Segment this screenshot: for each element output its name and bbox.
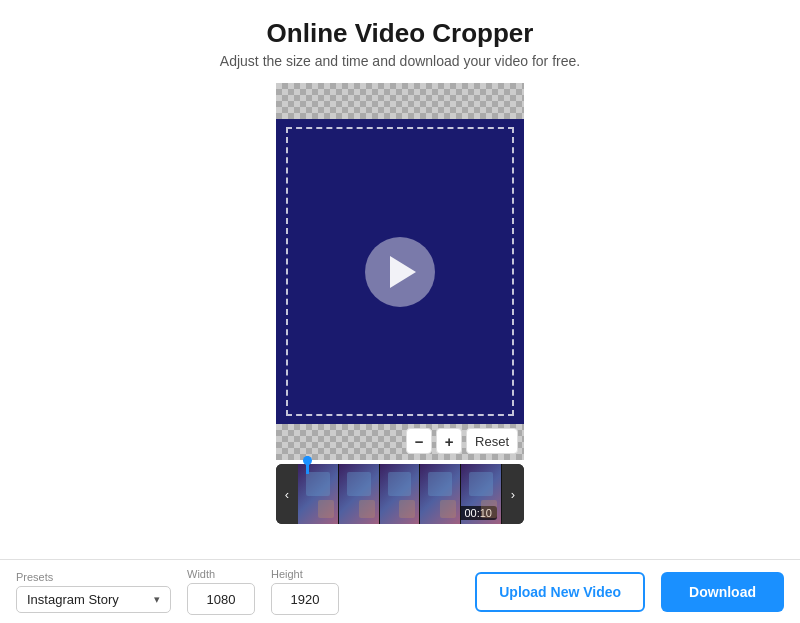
play-icon (390, 256, 416, 288)
page-title: Online Video Cropper (220, 18, 580, 49)
checkerboard-bottom: − + Reset (276, 424, 524, 460)
preset-select[interactable]: Instagram Story ▾ (16, 586, 171, 613)
width-group: Width (187, 568, 255, 615)
timeline-next-button[interactable]: › (502, 464, 524, 524)
height-label: Height (271, 568, 339, 580)
video-preview (276, 119, 524, 424)
zoom-out-button[interactable]: − (406, 428, 432, 454)
height-input[interactable] (271, 583, 339, 615)
timestamp-badge: 00:10 (461, 506, 497, 520)
upload-new-video-button[interactable]: Upload New Video (475, 572, 645, 612)
page-subtitle: Adjust the size and time and download yo… (220, 53, 580, 69)
main-area: − + Reset ‹ 00:10 › (276, 75, 524, 623)
chevron-down-icon: ▾ (154, 593, 160, 606)
reset-button[interactable]: Reset (466, 428, 518, 454)
checkerboard-top (276, 83, 524, 119)
frame-3 (380, 464, 421, 524)
timeline-frames: 00:10 (298, 464, 502, 524)
width-label: Width (187, 568, 255, 580)
frame-5: 00:10 (461, 464, 502, 524)
timeline-indicator (306, 456, 309, 474)
presets-label: Presets (16, 571, 171, 583)
height-group: Height (271, 568, 339, 615)
preset-value: Instagram Story (27, 592, 119, 607)
frame-1 (298, 464, 339, 524)
preset-group: Presets Instagram Story ▾ (16, 571, 171, 613)
zoom-in-button[interactable]: + (436, 428, 462, 454)
timeline-prev-button[interactable]: ‹ (276, 464, 298, 524)
download-button[interactable]: Download (661, 572, 784, 612)
bottom-bar: Presets Instagram Story ▾ Width Height U… (0, 559, 800, 623)
frame-strip: 00:10 (298, 464, 502, 524)
timeline-row: ‹ 00:10 › (276, 464, 524, 524)
frame-4 (420, 464, 461, 524)
zoom-controls: − + Reset (406, 428, 518, 454)
page-header: Online Video Cropper Adjust the size and… (220, 0, 580, 75)
video-container: − + Reset (276, 83, 524, 460)
width-input[interactable] (187, 583, 255, 615)
timeline-wrapper: ‹ 00:10 › (276, 464, 524, 524)
frame-2 (339, 464, 380, 524)
play-button[interactable] (365, 237, 435, 307)
